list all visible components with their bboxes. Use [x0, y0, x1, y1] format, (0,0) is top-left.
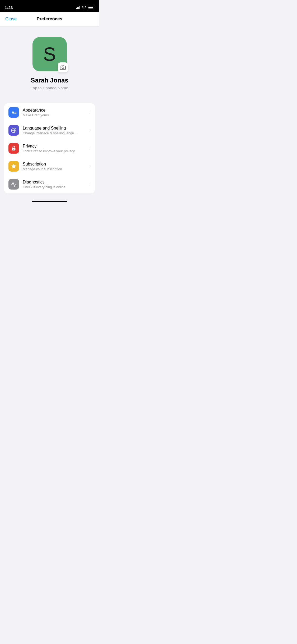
- profile-section: S Sarah Jonas Tap to Change Name: [0, 26, 99, 98]
- nav-bar: Close Preferences: [0, 12, 99, 26]
- camera-icon: [60, 65, 66, 70]
- camera-badge[interactable]: [58, 62, 68, 72]
- wifi-icon: [82, 6, 86, 9]
- appearance-title: Appearance: [23, 108, 87, 113]
- profile-name[interactable]: Sarah Jonas: [31, 77, 68, 84]
- avatar-wrapper[interactable]: S: [32, 37, 67, 71]
- settings-item-diagnostics[interactable]: Diagnostics Check if everything is onlin…: [4, 175, 95, 193]
- home-bar: [32, 201, 67, 202]
- privacy-title: Privacy: [23, 144, 87, 149]
- appearance-icon: Aa: [8, 107, 19, 118]
- status-icons: [76, 6, 95, 9]
- language-desc: Change interface & spelling langu...: [23, 131, 87, 135]
- appearance-text: Appearance Make Craft yours: [23, 108, 87, 117]
- svg-text:Aa: Aa: [12, 111, 17, 115]
- diagnostics-desc: Check if everything is online: [23, 185, 87, 189]
- settings-item-language[interactable]: Language and Spelling Change interface &…: [4, 121, 95, 139]
- home-indicator: [0, 199, 99, 204]
- settings-list: Aa Appearance Make Craft yours › Languag…: [4, 103, 95, 193]
- battery-icon: [88, 6, 94, 9]
- diagnostics-icon: [8, 179, 19, 190]
- subscription-text: Subscription Manage your subscription: [23, 162, 87, 171]
- language-text: Language and Spelling Change interface &…: [23, 126, 87, 135]
- privacy-chevron: ›: [89, 146, 91, 150]
- appearance-desc: Make Craft yours: [23, 113, 87, 117]
- status-bar: 1:23: [0, 0, 99, 12]
- settings-item-subscription[interactable]: Subscription Manage your subscription ›: [4, 157, 95, 175]
- privacy-text: Privacy Lock Craft to improve your priva…: [23, 144, 87, 153]
- status-time: 1:23: [5, 5, 13, 10]
- svg-point-0: [62, 67, 64, 68]
- close-button[interactable]: Close: [5, 16, 17, 22]
- svg-marker-5: [11, 164, 16, 168]
- page-title: Preferences: [37, 16, 62, 22]
- diagnostics-chevron: ›: [89, 182, 91, 186]
- subscription-title: Subscription: [23, 162, 87, 167]
- settings-item-privacy[interactable]: Privacy Lock Craft to improve your priva…: [4, 139, 95, 157]
- subscription-chevron: ›: [89, 164, 91, 168]
- diagnostics-text: Diagnostics Check if everything is onlin…: [23, 180, 87, 189]
- language-title: Language and Spelling: [23, 126, 87, 131]
- language-chevron: ›: [89, 128, 91, 132]
- svg-point-4: [13, 149, 14, 150]
- appearance-chevron: ›: [89, 110, 91, 114]
- privacy-desc: Lock Craft to improve your privacy: [23, 149, 87, 153]
- signal-icon: [76, 6, 81, 9]
- settings-item-appearance[interactable]: Aa Appearance Make Craft yours ›: [4, 103, 95, 121]
- subscription-icon: [8, 161, 19, 172]
- privacy-icon: [8, 143, 19, 154]
- language-icon: [8, 125, 19, 136]
- diagnostics-title: Diagnostics: [23, 180, 87, 185]
- profile-subtitle[interactable]: Tap to Change Name: [31, 86, 68, 90]
- subscription-desc: Manage your subscription: [23, 167, 87, 171]
